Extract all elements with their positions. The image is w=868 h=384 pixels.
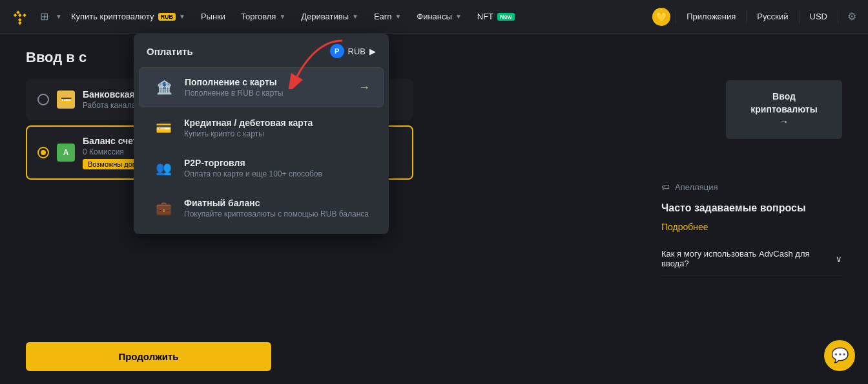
dropdown-item-bank-card[interactable]: 🏦 Пополнение с карты Пополнение в RUB с …: [139, 67, 384, 107]
nav-nft[interactable]: NFT New: [471, 0, 521, 34]
nav-derivatives[interactable]: Деривативы ▼: [294, 0, 365, 34]
dropdown-header: Оплатить P RUB ▶: [134, 34, 389, 66]
grid-chevron: ▼: [56, 13, 62, 20]
dropdown-item-subtitle-fiat: Покупайте криптовалюты с помощью RUB бал…: [184, 209, 371, 219]
dropdown-item-subtitle-bank: Пополнение в RUB с карты: [185, 89, 349, 98]
wallet-icon[interactable]: 💛: [652, 8, 670, 26]
advcash-icon: A: [57, 144, 75, 162]
dropdown-item-credit-card[interactable]: 💳 Кредитная / дебетовая карта Купить кри…: [139, 109, 384, 147]
nav-divider-2: [746, 10, 747, 23]
bank-visa-icon: 💳: [57, 91, 75, 109]
p2p-icon: 👥: [152, 156, 175, 180]
nav-right: 💛 Приложения Русский USD ⚙: [652, 0, 860, 34]
dropdown-item-title-bank: Пополнение с карты: [185, 77, 349, 87]
faq-section: 🏷 Апелляция Часто задаваемые вопросы Под…: [661, 182, 842, 275]
dropdown-item-p2p[interactable]: 👥 P2P-торговля Оплата по карте и еще 100…: [139, 149, 384, 187]
dropdown-currency[interactable]: P RUB ▶: [330, 44, 376, 58]
earn-chevron: ▼: [395, 13, 401, 20]
nav-buy-crypto[interactable]: Купить криптовалюту RUB ▼: [65, 0, 192, 34]
rub-circle: P: [330, 44, 344, 58]
faq-question[interactable]: Как я могу использовать AdvCash для ввод…: [661, 242, 842, 275]
derivatives-chevron: ▼: [352, 13, 358, 20]
nft-new-badge: New: [497, 13, 515, 21]
faq-chevron: ∨: [836, 254, 842, 264]
grid-icon[interactable]: ⊞: [36, 9, 52, 25]
nav-divider-3: [799, 10, 800, 23]
dropdown-item-title-credit: Кредитная / дебетовая карта: [184, 118, 371, 128]
continue-button[interactable]: Продолжить: [26, 342, 271, 371]
nav-currency[interactable]: USD: [805, 0, 832, 34]
appeal-item[interactable]: 🏷 Апелляция: [661, 182, 842, 192]
dropdown-item-subtitle-credit: Купить крипто с карты: [184, 129, 371, 138]
trade-chevron: ▼: [279, 13, 285, 20]
dropdown-item-text-p2p: P2P-торговля Оплата по карте и еще 100+ …: [184, 158, 371, 178]
chat-icon: 💬: [831, 347, 849, 364]
nav-divider-1: [676, 10, 676, 23]
svg-rect-0: [8, 6, 28, 27]
dropdown-item-title-fiat: Фиатный баланс: [184, 198, 371, 208]
appeal-icon: 🏷: [661, 182, 670, 192]
buy-chevron: ▼: [179, 13, 185, 20]
finance-chevron: ▼: [455, 13, 462, 20]
faq-title: Часто задаваемые вопросы: [661, 202, 842, 214]
main-content: Ввод в с Ввод криптовалюты → 🏷 Апелляция…: [0, 34, 868, 200]
theme-icon[interactable]: ⚙: [843, 10, 860, 23]
dropdown-item-subtitle-p2p: Оплата по карте и еще 100+ способов: [184, 169, 371, 178]
dropdown-item-text-bank: Пополнение с карты Пополнение в RUB с ка…: [185, 77, 349, 98]
chat-bubble[interactable]: 💬: [824, 340, 855, 371]
appeal-label: Апелляция: [675, 182, 718, 192]
faq-link[interactable]: Подробнее: [661, 222, 842, 232]
nav-language[interactable]: Русский: [752, 0, 793, 34]
payment-radio-advcash: [37, 147, 49, 158]
dropdown-menu: Оплатить P RUB ▶ 🏦 Пополнение с карты По…: [134, 34, 389, 234]
rub-badge: RUB: [158, 13, 176, 21]
nav-trade[interactable]: Торговля ▼: [234, 0, 292, 34]
nav-finance[interactable]: Финансы ▼: [410, 0, 468, 34]
fiat-icon: 💼: [152, 197, 175, 220]
credit-card-icon: 💳: [152, 116, 175, 140]
faq-question-text: Как я могу использовать AdvCash для ввод…: [661, 249, 836, 268]
nav-markets[interactable]: Рынки: [194, 0, 232, 34]
dropdown-title: Оплатить: [147, 46, 193, 57]
dropdown-item-text-credit: Кредитная / дебетовая карта Купить крипт…: [184, 118, 371, 138]
payment-radio-bank: [37, 94, 49, 105]
bank-icon: 🏦: [152, 76, 176, 99]
dropdown-item-fiat[interactable]: 💼 Фиатный баланс Покупайте криптовалюты …: [139, 189, 384, 228]
dropdown-item-arrow: →: [358, 81, 370, 94]
dropdown-item-text-fiat: Фиатный баланс Покупайте криптовалюты с …: [184, 198, 371, 219]
nav-apps[interactable]: Приложения: [681, 0, 741, 34]
nav-earn[interactable]: Earn ▼: [367, 0, 408, 34]
navbar: ⊞ ▼ Купить криптовалюту RUB ▼ Рынки Торг…: [0, 0, 868, 34]
dropdown-item-title-p2p: P2P-торговля: [184, 158, 371, 168]
currency-chevron: ▶: [369, 47, 376, 56]
nav-divider-4: [838, 10, 838, 23]
logo-area[interactable]: [8, 6, 28, 27]
binance-logo: [8, 6, 28, 27]
deposit-crypto-button[interactable]: Ввод криптовалюты →: [726, 80, 842, 139]
